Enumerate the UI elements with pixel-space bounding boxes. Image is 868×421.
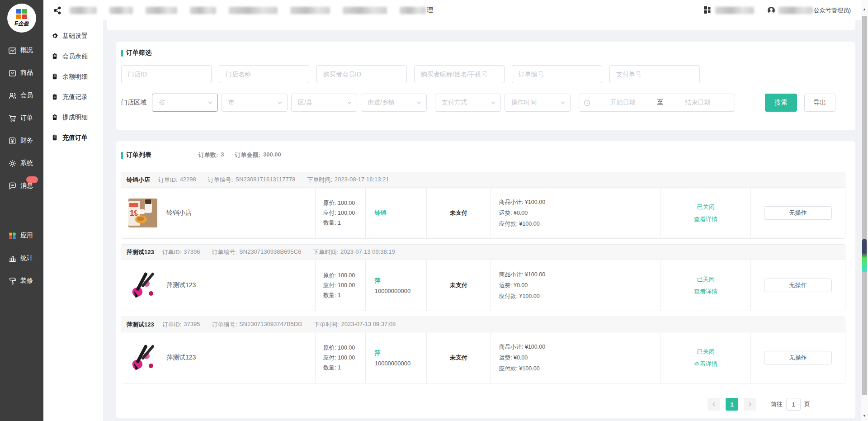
province-select[interactable]: 省 [152,94,218,112]
sidebar-item-label: 财务 [20,137,33,145]
due-label: 应付款: [499,365,518,372]
blurred-nav-item-partial[interactable]: 理 [400,6,433,14]
order-block: 萍测试123 订单ID:37395 订单编号:SN230713093747B5D… [121,317,845,383]
district-select[interactable]: 区/县 [291,94,357,112]
buyer-info-input[interactable] [414,65,505,83]
grid-menu-icon[interactable] [704,6,712,14]
city-select[interactable]: 市 [222,94,288,112]
order-time-label: 下单时间: [313,248,338,256]
sidebar-item-overview[interactable]: 概况 [0,39,43,61]
qty-label: 数量: [323,292,336,298]
submenu-item-recharge-record[interactable]: 充值记录 [43,87,103,107]
order-header: 萍测试123 订单ID:37395 订单编号:SN230713093747B5D… [121,317,845,332]
share-icon[interactable] [53,6,61,14]
date-range-picker[interactable]: 开始日期 至 结束日期 [579,94,735,112]
sidebar-item-label: 应用 [20,232,33,240]
buyer-name-link[interactable]: 铃铛 [375,209,426,217]
sidebar-item-system[interactable]: 系统 [0,152,43,175]
order-sn-value: SN2308171613117778 [235,176,295,184]
submenu-item-label: 提成明细 [62,114,88,122]
prev-page-button[interactable] [708,398,720,411]
sidebar-item-stats[interactable]: 统计 [0,247,43,270]
buyer-name-link[interactable]: 萍 [375,277,426,285]
order-time-label: 下单时间: [307,176,332,184]
blurred-nav-item[interactable] [343,7,387,14]
street-select[interactable]: 街道/乡镇 [361,94,427,112]
order-row: 萍测试123 原价: 100.00 应付: 100.00 数量: 1 萍 100… [121,332,845,383]
qty-label: 数量: [323,220,336,226]
scrollbar: ▲ ▼ [861,0,868,421]
search-button[interactable]: 搜索 [765,94,797,112]
page-number-button[interactable]: 1 [726,398,738,411]
blurred-nav-item[interactable] [146,7,177,14]
submenu-item-member-balance[interactable]: 会员余额 [43,46,103,66]
sidebar-item-members[interactable]: 会员 [0,84,43,107]
blurred-nav-item[interactable] [109,7,133,14]
clipboard-icon [52,73,58,80]
pay-sn-input[interactable] [609,65,700,83]
members-icon [8,91,17,100]
order-header: 萍测试123 订单ID:37396 订单编号:SN2307130938B695C… [121,245,845,260]
order-time-value: 2023-08-17 16:13:21 [335,176,389,184]
blurred-nav-item[interactable] [229,7,278,14]
store-id-input[interactable] [121,65,212,83]
title-accent-bar [121,50,123,57]
sub-sidebar: 基础设置 会员余额 余额明细 充值记录 提成明细 充值订单 [43,20,103,421]
end-date-placeholder[interactable]: 结束日期 [665,99,731,107]
submenu-item-recharge-orders[interactable]: 充值订单 [43,128,103,148]
goto-page-input[interactable] [786,398,801,411]
original-price-value: 100.00 [338,345,355,351]
order-sn-input[interactable] [512,65,602,83]
goto-page-group: 前往 页 [771,398,810,411]
order-time-value: 2023-07-13 09:38:19 [340,248,395,256]
sidebar-item-messages[interactable]: 消息 ... [0,175,43,197]
order-count-value: 3 [221,151,224,159]
clipboard-icon [52,94,58,100]
blurred-nav-item[interactable] [290,7,330,14]
submenu-item-basic-settings[interactable]: 基础设置 [43,26,103,46]
buyer-member-id-input[interactable] [316,65,407,83]
due-value: ¥100.00 [519,365,539,372]
start-date-placeholder[interactable]: 开始日期 [590,99,656,107]
sidebar-item-apps[interactable]: 应用 [0,224,43,247]
buyer-name-link[interactable]: 萍 [375,349,426,357]
sidebar-item-orders[interactable]: 订单 [0,107,43,129]
next-page-button[interactable] [744,398,756,411]
brand-logo[interactable]: E企盈 [7,4,36,33]
pay-method-select[interactable]: 支付方式 [435,94,501,112]
scrollbar-thumb[interactable] [862,239,867,272]
export-button[interactable]: 导出 [804,94,835,112]
order-amount-value: 300.00 [263,151,281,159]
sidebar-item-goods[interactable]: 商品 [0,61,43,84]
order-status-cell: 已关闭 查看详情 [661,260,751,311]
no-action-button[interactable]: 无操作 [764,206,832,220]
sidebar-item-finance[interactable]: 财务 [0,129,43,152]
message-count-badge: ... [26,176,38,183]
sidebar-item-design[interactable]: 装修 [0,270,43,292]
blurred-workspace-name[interactable] [715,7,754,14]
no-action-button[interactable]: 无操作 [764,279,832,292]
scrollbar-track[interactable] [862,16,867,395]
user-avatar-icon[interactable] [768,7,775,14]
submenu-item-commission-detail[interactable]: 提成明细 [43,107,103,128]
chevron-down-icon [491,100,496,105]
view-detail-link[interactable]: 查看详情 [694,215,717,223]
blurred-nav-item[interactable] [190,7,216,14]
store-name-input[interactable] [219,65,309,83]
blurred-nav-item[interactable] [70,7,97,14]
app-window: E企盈 概况 商品 会员 订单 财务 [0,0,868,421]
scroll-up-arrow[interactable]: ▲ [861,5,868,13]
scroll-down-arrow[interactable]: ▼ [861,412,868,419]
operate-time-select[interactable]: 操作时间 [505,94,571,112]
no-action-button[interactable]: 无操作 [764,351,832,364]
order-count-label: 订单数: [198,151,218,159]
order-status-cell: 已关闭 查看详情 [661,188,751,238]
date-separator: 至 [656,99,665,107]
clipboard-icon [52,114,58,121]
view-detail-link[interactable]: 查看详情 [694,360,717,368]
blurred-account-name [778,7,813,14]
submenu-item-balance-detail[interactable]: 余额明细 [43,66,103,87]
gear-icon [8,159,17,168]
apps-icon [8,231,17,240]
view-detail-link[interactable]: 查看详情 [694,288,717,296]
